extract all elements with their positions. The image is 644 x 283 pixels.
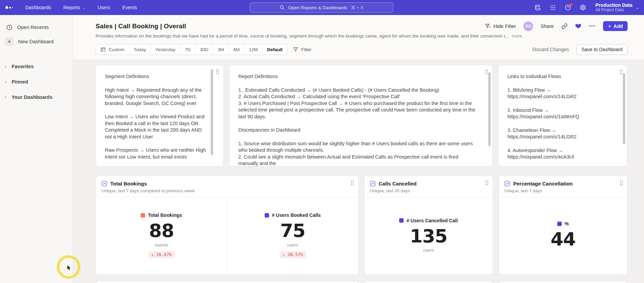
nav-item-dashboards[interactable]: Dashboards xyxy=(25,5,51,10)
card-line: 3. # Users Purchased | Post Prospective … xyxy=(238,100,479,120)
copy-link-icon[interactable] xyxy=(561,23,568,29)
scrollbar-thumb[interactable] xyxy=(488,72,491,146)
favorite-heart-icon[interactable] xyxy=(575,23,582,29)
global-search-input[interactable]: Open Reports & Dashboards ⌘ + K xyxy=(250,2,393,13)
total-bookings-card: Total Bookings Unique, last 7 days compa… xyxy=(96,176,359,275)
nav-item-label: Users xyxy=(98,5,110,10)
scrollbar-thumb[interactable] xyxy=(211,69,213,155)
drag-handle-icon[interactable] xyxy=(216,69,219,76)
filter-label: Filter xyxy=(301,47,311,52)
flow-link[interactable]: https://mixpanel.com/s/4cA3Ul xyxy=(507,154,612,161)
metric-total-bookings: Total Bookings 88 events ↓ 26.67% xyxy=(96,197,227,273)
date-range-12m[interactable]: 12M xyxy=(244,44,263,55)
nav-item-reports[interactable]: Reports⌄ xyxy=(64,5,85,10)
chevron-down-icon: ⌄ xyxy=(636,5,639,10)
drag-handle-icon[interactable] xyxy=(485,69,488,76)
flow-label: 3. Chameleon Flow → xyxy=(507,127,612,134)
avatar[interactable]: AS xyxy=(523,21,533,31)
share-button[interactable]: Share xyxy=(541,24,554,29)
date-range-today[interactable]: Today xyxy=(129,44,151,55)
save-to-dashboard-button[interactable]: Save to Dashboard xyxy=(576,44,628,55)
hide-filter-label: Hide Filter xyxy=(493,24,516,29)
date-range-custom[interactable]: Custom xyxy=(96,44,129,55)
drag-handle-icon[interactable] xyxy=(620,180,623,187)
settings-gear-icon[interactable] xyxy=(579,4,587,11)
card-line: 2. Actual Calls Conducted → Calculated u… xyxy=(238,93,479,100)
flow-link[interactable]: https://mixpanel.com/s/14LGR2 xyxy=(507,134,612,140)
new-dashboard-label: New Dashboard xyxy=(18,39,54,44)
date-range-label: Default xyxy=(267,47,283,52)
main-area: Sales | Call Booking | Overall Hide Filt… xyxy=(73,15,644,283)
date-range-label: 3M xyxy=(218,47,224,52)
date-range-label: 7D xyxy=(185,47,191,52)
sidebar-section-your-dashboards[interactable]: › Your Dashboards xyxy=(0,89,73,105)
card-title: Links to Individual Flows xyxy=(507,73,612,80)
date-range-6m[interactable]: 6M xyxy=(229,44,244,55)
card-line: 2. Could see a slight mismatch between A… xyxy=(238,154,479,167)
discard-changes-button[interactable]: Discard Changes xyxy=(532,47,569,52)
project-switcher[interactable]: Production Data All Project Data ⌄ xyxy=(596,2,639,13)
flow-link[interactable]: https://mixpanel.com/s/14LGR2 xyxy=(507,93,612,100)
section-label: Favorites xyxy=(12,64,33,69)
date-range-default[interactable]: Default xyxy=(263,44,287,55)
metric-card-title[interactable]: Calls Cancelled xyxy=(379,181,417,187)
help-icon[interactable] xyxy=(564,4,572,11)
metric-card-title[interactable]: Total Bookings xyxy=(110,181,147,187)
open-recents-label: Open Recents xyxy=(17,25,49,30)
nav-item-events[interactable]: Events xyxy=(122,5,137,10)
open-recents-button[interactable]: Open Recents xyxy=(0,22,73,33)
add-button[interactable]: + Add xyxy=(603,21,628,31)
drag-handle-icon[interactable] xyxy=(619,69,623,76)
date-range-7d[interactable]: 7D xyxy=(180,44,195,55)
date-range-yesterday[interactable]: Yesterday xyxy=(151,44,181,55)
date-range-3m[interactable]: 3M xyxy=(213,44,229,55)
drag-handle-icon[interactable] xyxy=(351,180,354,187)
chevron-right-icon: › xyxy=(5,79,8,84)
section-label: Pinned xyxy=(12,79,28,85)
nav-item-users[interactable]: Users xyxy=(98,5,110,10)
nav-right-controls: Production Data All Project Data ⌄ xyxy=(534,0,639,15)
flow-label: 1. Blitzkrieg Flow → xyxy=(507,87,612,94)
metric-card-title[interactable]: Percentage Cancellation xyxy=(513,181,573,187)
hide-filter-button[interactable]: Hide Filter xyxy=(485,23,516,29)
partial-card xyxy=(364,281,493,283)
filter-button[interactable]: Filter xyxy=(293,47,311,52)
card-title: Report Definitions xyxy=(238,73,479,80)
metric-label: % xyxy=(564,221,569,226)
metric-unit: events xyxy=(155,242,168,248)
more-link[interactable]: more xyxy=(512,33,522,39)
data-management-icon[interactable] xyxy=(534,4,542,11)
project-subtitle: All Project Data xyxy=(596,8,632,13)
apps-grid-icon[interactable] xyxy=(549,4,557,11)
date-range-30d[interactable]: 30D xyxy=(195,44,213,55)
sidebar-section-favorites[interactable]: › Favorites xyxy=(0,59,73,74)
scrollbar-thumb[interactable] xyxy=(623,73,625,144)
sidebar-sections: › Favorites › Pinned › Your Dashboards xyxy=(0,59,73,105)
percentage-cancellation-card: Percentage Cancellation Unique, last 7 d… xyxy=(499,176,628,275)
screen: Dashboards Reports⌄ Users Events Open Re… xyxy=(0,0,644,283)
header-actions: Hide Filter AS Share ••• + Add xyxy=(485,21,628,31)
sidebar-section-pinned[interactable]: › Pinned xyxy=(0,74,73,89)
calls-cancelled-card: Calls Cancelled Unique, last 30 days # U… xyxy=(364,176,493,275)
top-nav: Dashboards Reports⌄ Users Events Open Re… xyxy=(0,0,644,15)
date-range-label: Custom xyxy=(109,47,125,52)
search-shortcut: ⌘ + K xyxy=(351,5,364,10)
dashboard-content: Segment Definitions High Intent → Regist… xyxy=(73,60,644,283)
date-range-label: Today xyxy=(134,47,146,52)
metric-card-subtitle: Unique, last 30 days xyxy=(370,188,487,197)
plus-icon: + xyxy=(608,23,611,29)
flow-link[interactable]: https://mixpanel.com/s/1aWmFQ xyxy=(507,114,612,120)
dashboard-description: Provides information on the bookings tha… xyxy=(96,33,509,39)
chevron-right-icon: › xyxy=(5,94,8,100)
mixpanel-logo-icon[interactable] xyxy=(5,6,13,9)
delta-badge: ↓ 28.57% xyxy=(279,251,306,258)
drag-handle-icon[interactable] xyxy=(485,180,489,187)
chevron-down-icon: ⌄ xyxy=(82,5,85,10)
more-options-button[interactable]: ••• xyxy=(589,24,596,29)
funnel-plus-icon xyxy=(485,23,491,29)
metric-label: Total Bookings xyxy=(148,212,182,218)
legend-swatch xyxy=(557,222,562,226)
metric-value: 88 xyxy=(149,221,174,241)
new-dashboard-button[interactable]: + New Dashboard xyxy=(0,36,73,47)
page-title: Sales | Call Booking | Overall xyxy=(96,23,186,30)
